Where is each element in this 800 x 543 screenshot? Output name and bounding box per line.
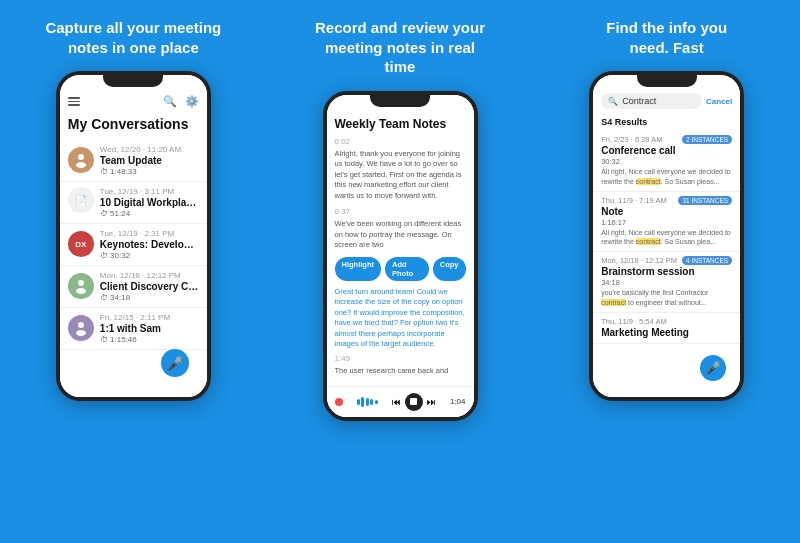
conv-name: Team Update xyxy=(100,155,199,166)
result-duration: 34:18 xyxy=(601,278,732,287)
phone-frame-2: Weekly Team Notes 0:02 Alright, thank yo… xyxy=(323,91,478,421)
panel-conversations: Capture all your meeting notes in one pl… xyxy=(0,0,267,543)
panel-search: Find the info you need. Fast 🔍 Contract … xyxy=(533,0,800,543)
note-text-2: We've been working on different ideas on… xyxy=(335,219,466,251)
result-badge: 31 INSTANCES xyxy=(678,196,732,205)
search-result-item[interactable]: Fri, 2/23 · 6:28 AM 2 INSTANCES Conferen… xyxy=(593,131,740,192)
search-result-item[interactable]: Mon, 12/18 · 12:12 PM 4 INSTANCES Brains… xyxy=(593,252,740,313)
search-icon[interactable]: 🔍 xyxy=(163,95,177,108)
result-date: Thu, 11/9 · 7:19 AM xyxy=(601,196,666,205)
conv-meta: Tue, 12/19 · 2:31 PM xyxy=(100,229,199,238)
add-photo-button[interactable]: Add Photo xyxy=(385,257,429,281)
list-item[interactable]: Mon, 12/18 · 12:12 PM Client Discovery C… xyxy=(60,266,207,308)
note-text-1: Alright, thank you everyone for joining … xyxy=(335,149,466,202)
svg-point-1 xyxy=(76,162,86,168)
result-name: Brainstorm session xyxy=(601,266,732,277)
mic-button[interactable]: 🎤 xyxy=(161,349,189,377)
conv-duration: ⏱ 1:15:46 xyxy=(100,335,199,344)
result-snippet: All right. Nice call everyone we decided… xyxy=(601,228,732,248)
result-meta: Fri, 2/23 · 6:28 AM 2 INSTANCES xyxy=(601,135,732,144)
panel-notes: Record and review your meeting notes in … xyxy=(267,0,534,543)
conversation-content: Tue, 12/19 · 2:31 PM Keynotes: Developin… xyxy=(100,229,199,260)
result-name: Conference call xyxy=(601,145,732,156)
avatar xyxy=(68,147,94,173)
conv-duration: ⏱ 30:32 xyxy=(100,251,199,260)
result-snippet: you're basically the first Contractor co… xyxy=(601,288,732,308)
record-dot xyxy=(335,398,343,406)
svg-point-0 xyxy=(78,154,84,160)
result-badge: 2 INSTANCES xyxy=(682,135,732,144)
conversation-content: Fri, 12/15 · 2:11 PM 1:1 with Sam ⏱ 1:15… xyxy=(100,313,199,344)
result-name: Marketing Meeting xyxy=(601,327,732,338)
svg-point-5 xyxy=(76,330,86,336)
conv-duration: ⏱ 51:24 xyxy=(100,209,199,218)
copy-button[interactable]: Copy xyxy=(433,257,466,281)
stop-button[interactable] xyxy=(405,393,423,411)
list-item[interactable]: 📄 Tue, 12/19 · 3:11 PM 10 Digital Workpl… xyxy=(60,182,207,224)
phone-notch-2 xyxy=(370,95,430,107)
result-meta: Thu, 11/9 · 7:19 AM 31 INSTANCES xyxy=(601,196,732,205)
conversation-content: Tue, 12/19 · 3:11 PM 10 Digital Workplac… xyxy=(100,187,199,218)
results-header: S4 Results xyxy=(593,115,740,131)
result-meta: Mon, 12/18 · 12:12 PM 4 INSTANCES xyxy=(601,256,732,265)
search-result-item[interactable]: Thu, 11/9 · 7:19 AM 31 INSTANCES Note 1:… xyxy=(593,192,740,253)
highlighted-text: Great turn around team! Could we increas… xyxy=(335,287,466,350)
result-date: Thu, 11/9 · 5:54 AM xyxy=(601,317,666,326)
cancel-button[interactable]: Cancel xyxy=(706,97,732,106)
phone-frame-3: 🔍 Contract Cancel S4 Results Fri, 2/23 ·… xyxy=(589,71,744,401)
phone-notch-3 xyxy=(637,75,697,87)
conversation-content: Mon, 12/18 · 12:12 PM Client Discovery C… xyxy=(100,271,199,302)
svg-point-3 xyxy=(76,288,86,294)
result-duration: 1:16:17 xyxy=(601,218,732,227)
playback-time: 1:04 xyxy=(450,397,466,406)
search-input[interactable]: 🔍 Contract xyxy=(601,93,702,109)
conv-meta: Tue, 12/19 · 3:11 PM xyxy=(100,187,199,196)
phone-frame-1: 🔍 ⚙️ My Conversations Wed, 12/20 · 11:20… xyxy=(56,71,211,401)
note-icon: 📄 xyxy=(68,187,94,213)
menu-icon[interactable] xyxy=(68,97,80,106)
conv-name: 10 Digital Workplace predi... xyxy=(100,197,199,208)
panel3-title: Find the info you need. Fast xyxy=(606,18,727,57)
svg-point-2 xyxy=(78,280,84,286)
highlight-button[interactable]: Highlight xyxy=(335,257,382,281)
conv-duration: ⏱ 34:18 xyxy=(100,293,199,302)
phone-screen-1: 🔍 ⚙️ My Conversations Wed, 12/20 · 11:20… xyxy=(60,75,207,397)
search-icon: 🔍 xyxy=(608,97,618,106)
conv-meta: Mon, 12/18 · 12:12 PM xyxy=(100,271,199,280)
panel2-title: Record and review your meeting notes in … xyxy=(310,18,490,77)
conv-name: 1:1 with Sam xyxy=(100,323,199,334)
conversations-title: My Conversations xyxy=(60,112,207,140)
list-item[interactable]: DX Tue, 12/19 · 2:31 PM Keynotes: Develo… xyxy=(60,224,207,266)
note-actions: Highlight Add Photo Copy xyxy=(335,257,466,281)
search-result-item[interactable]: Thu, 11/9 · 5:54 AM Marketing Meeting xyxy=(593,313,740,344)
conv-name: Keynotes: Developing a Cu... xyxy=(100,239,199,250)
list-item[interactable]: Wed, 12/20 · 11:20 AM Team Update ⏱ 1:48… xyxy=(60,140,207,182)
mic-button[interactable]: 🎤 xyxy=(700,355,726,381)
playback-controls: ⏮ ⏭ xyxy=(392,393,436,411)
timestamp-3: 1:49 xyxy=(335,354,466,363)
result-name: Note xyxy=(601,206,732,217)
list-item[interactable]: Fri, 12/15 · 2:11 PM 1:1 with Sam ⏱ 1:15… xyxy=(60,308,207,350)
rewind-icon[interactable]: ⏮ xyxy=(392,397,401,407)
result-snippet: All right. Nice call everyone we decided… xyxy=(601,167,732,187)
header-icons: 🔍 ⚙️ xyxy=(163,95,199,108)
phone-screen-2: Weekly Team Notes 0:02 Alright, thank yo… xyxy=(327,95,474,417)
phone-screen-3: 🔍 Contract Cancel S4 Results Fri, 2/23 ·… xyxy=(593,75,740,397)
note-text-3: The user research came back and xyxy=(335,366,466,377)
avatar xyxy=(68,315,94,341)
result-date: Fri, 2/23 · 6:28 AM xyxy=(601,135,662,144)
result-badge: 4 INSTANCES xyxy=(682,256,732,265)
conv-meta: Wed, 12/20 · 11:20 AM xyxy=(100,145,199,154)
panel1-title: Capture all your meeting notes in one pl… xyxy=(45,18,221,57)
settings-icon[interactable]: ⚙️ xyxy=(185,95,199,108)
fast-forward-icon[interactable]: ⏭ xyxy=(427,397,436,407)
waveform xyxy=(357,397,378,407)
avatar: DX xyxy=(68,231,94,257)
timestamp-1: 0:02 xyxy=(335,137,466,146)
playback-bar: ⏮ ⏭ 1:04 xyxy=(327,386,474,417)
notes-title: Weekly Team Notes xyxy=(335,117,466,131)
result-duration: 30:32 xyxy=(601,157,732,166)
search-value: Contract xyxy=(622,96,656,106)
avatar xyxy=(68,273,94,299)
conv-duration: ⏱ 1:48:33 xyxy=(100,167,199,176)
